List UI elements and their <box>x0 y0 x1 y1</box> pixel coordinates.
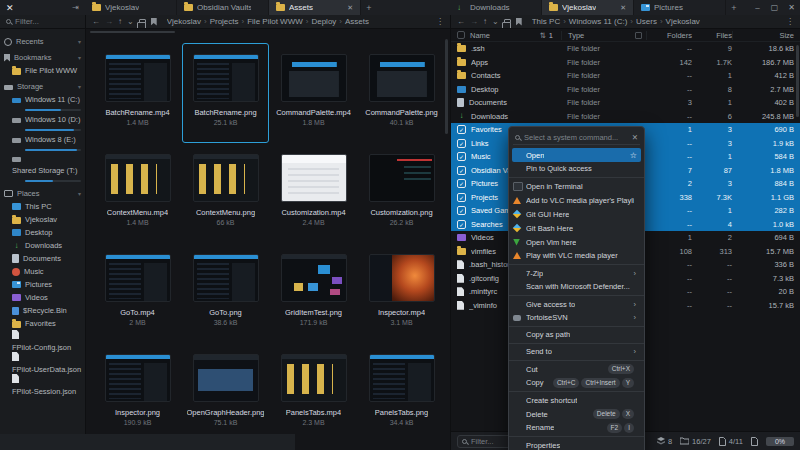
back-icon[interactable]: ← <box>92 17 100 26</box>
row-checkbox[interactable]: ✓ <box>457 139 466 148</box>
sidebar-item[interactable]: FPilot-Config.json ▾ <box>0 330 85 352</box>
row-checkbox[interactable]: ✓ <box>457 179 466 188</box>
table-row[interactable]: ✓ Documents File folder 3 1 402 B <box>451 96 800 110</box>
context-menu-item[interactable]: Rename F2 I <box>509 421 644 437</box>
file-thumbnail[interactable] <box>193 254 259 302</box>
breadcrumb-item[interactable]: File Pilot WWW <box>242 17 303 26</box>
context-menu-item[interactable]: Create shortcut <box>509 393 644 407</box>
tab-close-icon[interactable]: ✕ <box>620 4 626 12</box>
table-row[interactable]: ✓ Desktop File folder -- 8 2.7 MB <box>451 83 800 97</box>
context-menu-item[interactable]: Open <box>512 148 641 162</box>
history-expand-icon[interactable]: ⌄ <box>127 17 134 26</box>
sidebar-item[interactable]: Documents ▾ <box>0 252 85 265</box>
sidebar-item[interactable]: Desktop ▾ <box>0 226 85 239</box>
chevron-down-icon[interactable]: ▾ <box>78 54 81 61</box>
sidebar-item[interactable]: Bookmarks ▾ <box>0 51 85 64</box>
sidebar-item[interactable]: Downloads ▾ <box>0 239 85 252</box>
file-thumbnail[interactable] <box>369 354 435 402</box>
maximize-button[interactable]: ▢ <box>766 0 783 15</box>
context-menu-item[interactable]: Delete Delete X <box>509 407 644 421</box>
file-thumbnail[interactable] <box>105 354 171 402</box>
sidebar-item[interactable]: Storage ▾ <box>0 80 85 93</box>
grid-item[interactable]: GoTo.mp4 2 MB <box>94 243 181 343</box>
breadcrumb-item[interactable]: Vjekoslav <box>167 17 201 26</box>
sidebar-filter-input[interactable]: Filter... <box>0 15 85 28</box>
bookmark-icon[interactable] <box>151 18 157 26</box>
breadcrumb-item[interactable]: Users <box>630 17 657 26</box>
grid-item[interactable]: Inspector.png 190.9 kB <box>94 343 181 443</box>
history-expand-icon[interactable]: ⌄ <box>492 17 499 26</box>
grid-item[interactable]: CommandPalette.mp4 1.8 MB <box>270 43 357 143</box>
context-menu-item[interactable]: Open Vim here <box>509 235 644 249</box>
sidebar-item[interactable]: This PC ▾ <box>0 200 85 213</box>
sidebar-item[interactable]: FPilot-Session.json ▾ <box>0 374 85 396</box>
context-menu-item[interactable]: Give access to <box>509 297 644 311</box>
sidebar-item[interactable]: Pictures ▾ <box>0 278 85 291</box>
file-thumbnail[interactable] <box>193 54 259 102</box>
forward-icon[interactable]: → <box>470 17 478 26</box>
back-icon[interactable]: ← <box>457 17 465 26</box>
tab[interactable]: Obsidian Vaults ✕ <box>177 0 269 15</box>
select-all-checkbox[interactable] <box>457 31 465 39</box>
tab[interactable]: Downloads ✕ <box>450 0 542 15</box>
file-thumbnail[interactable] <box>193 354 259 402</box>
grid-item[interactable]: BatchRename.mp4 1.4 MB <box>94 43 181 143</box>
context-menu-item[interactable]: Send to <box>509 345 644 361</box>
breadcrumb-item[interactable]: Projects <box>204 17 239 26</box>
grid-item[interactable]: OpenGraphHeader.png 75.1 kB <box>182 343 269 443</box>
tab[interactable]: Vjekoslav ✕ <box>542 0 634 15</box>
minimize-button[interactable]: – <box>749 0 766 15</box>
vertical-scrollbar[interactable] <box>445 39 448 134</box>
file-thumbnail[interactable] <box>281 154 347 202</box>
file-thumbnail[interactable] <box>105 54 171 102</box>
bookmark-icon[interactable] <box>516 18 522 26</box>
grid-item[interactable]: ContextMenu.mp4 1.4 MB <box>94 143 181 243</box>
sidebar-item[interactable]: Videos ▾ <box>0 291 85 304</box>
sidebar-item[interactable]: Music ▾ <box>0 265 85 278</box>
row-checkbox[interactable]: ✓ <box>457 152 466 161</box>
grid-item[interactable]: PanelsTabs.mp4 2.3 MB <box>270 343 357 443</box>
grid-item[interactable]: Inspector.mp4 3.1 MB <box>358 243 445 343</box>
grid-item[interactable]: ContextMenu.png 66 kB <box>182 143 269 243</box>
sort-indicator[interactable]: ⇅ 1 <box>540 31 561 40</box>
context-menu-item[interactable]: Play with VLC media player <box>509 249 644 265</box>
sidebar-item[interactable]: Favorites ▾ <box>0 317 85 330</box>
table-row[interactable]: ✓ Downloads File folder -- 6 245.8 MB <box>451 110 800 124</box>
sidebar-item[interactable]: Shared Storage (T:) ▾ <box>0 153 85 184</box>
file-thumbnail[interactable] <box>193 154 259 202</box>
sidebar-item[interactable]: Vjekoslav ▾ <box>0 213 85 226</box>
grid-item[interactable]: PanelsTabs.png 34.4 kB <box>358 343 445 443</box>
column-header-name[interactable]: Name ⇅ 1 <box>470 31 561 40</box>
context-menu-item[interactable]: TortoiseSVN <box>509 311 644 327</box>
row-checkbox[interactable]: ✓ <box>457 206 466 215</box>
grid-item[interactable]: BatchRename.png 25.1 kB <box>182 43 269 143</box>
forward-icon[interactable]: → <box>105 17 113 26</box>
context-menu-item[interactable]: Pin to Quick access <box>509 162 644 178</box>
file-thumbnail[interactable] <box>369 254 435 302</box>
command-search-input[interactable]: Select a system command... ✕ <box>513 130 640 145</box>
tab[interactable]: Vjekoslav ✕ <box>85 0 177 15</box>
up-icon[interactable]: ↑ <box>118 17 122 26</box>
breadcrumb-item[interactable]: Vjekoslav <box>660 17 700 26</box>
context-menu-item[interactable]: Add to VLC media player's Playlist <box>509 193 644 207</box>
sidebar-item[interactable]: Places ▾ <box>0 187 85 200</box>
sidebar-item[interactable]: Recents ▾ <box>0 35 85 48</box>
grid-item[interactable]: Customization.mp4 2.4 MB <box>270 143 357 243</box>
row-checkbox[interactable]: ✓ <box>457 125 466 134</box>
close-icon[interactable]: ✕ <box>632 133 638 142</box>
sidebar-item[interactable]: File Pilot WWW ▾ <box>0 64 85 77</box>
file-thumbnail[interactable] <box>105 254 171 302</box>
context-menu-item[interactable]: 7-Zip <box>509 266 644 280</box>
tab-close-icon[interactable]: ✕ <box>347 4 353 12</box>
file-thumbnail[interactable] <box>369 154 435 202</box>
tab[interactable]: Pictures ✕ <box>634 0 726 15</box>
file-thumbnail[interactable] <box>105 154 171 202</box>
pane-menu-icon[interactable]: ⋮ <box>786 17 794 26</box>
vertical-scrollbar[interactable] <box>796 45 799 117</box>
grid-item[interactable]: GridItemTest.png 171.9 kB <box>270 243 357 343</box>
sidebar-item[interactable]: Windows 8 (E:) ▾ <box>0 133 85 153</box>
context-menu-item[interactable]: Open in Terminal <box>509 179 644 193</box>
file-thumbnail[interactable] <box>281 54 347 102</box>
context-menu-item[interactable]: Git GUI Here <box>509 207 644 221</box>
new-tab-button[interactable]: + <box>726 0 742 15</box>
